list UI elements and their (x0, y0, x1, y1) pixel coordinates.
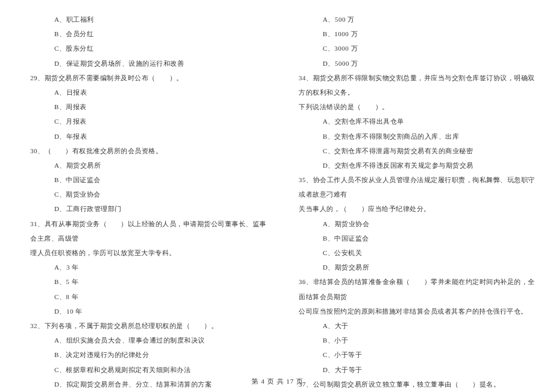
q29-option-d: D、年报表 (18, 129, 268, 144)
q30-option-c: C、期货业协会 (18, 187, 268, 201)
q30-option-d: D、工商行政管理部门 (18, 201, 268, 216)
q36-option-d: D、大于等于 (287, 362, 537, 377)
q30-stem: 30、（ ）有权批准交易所的会员资格。 (18, 144, 268, 158)
q34-option-b: B、交割仓库不得限制交割商品的入库、出库 (287, 129, 537, 144)
q31-option-a: A、3 年 (18, 260, 268, 274)
q31-stem-line2: 理人员任职资格的，学历可以放宽至大学专科。 (18, 245, 268, 260)
q34-option-d: D、交割仓库不得违反国家有关规定参与期货交易 (287, 158, 537, 172)
q33-option-b: B、1000 万 (287, 27, 537, 41)
q34-stem-line1: 34、期货交易所不得限制实物交割总量，并应当与交割仓库签订协议，明确双方的权利和… (287, 71, 537, 100)
q34-option-a: A、交割仓库不得出具仓单 (287, 114, 537, 128)
q28-option-d: D、保证期货交易场所、设施的运行和改善 (18, 56, 268, 71)
q31-option-b: B、5 年 (18, 274, 268, 289)
q28-option-b: B、会员分红 (18, 27, 268, 41)
q31-option-d: D、10 年 (18, 304, 268, 318)
q33-option-a: A、500 万 (287, 12, 537, 27)
q29-option-b: B、周报表 (18, 100, 268, 114)
q33-option-c: C、3000 万 (287, 41, 537, 55)
q36-option-a: A、大于 (287, 318, 537, 333)
right-column: A、500 万 B、1000 万 C、3000 万 D、5000 万 34、期货… (287, 12, 537, 392)
q35-option-b: B、中国证监会 (287, 231, 537, 245)
q33-option-d: D、5000 万 (287, 56, 537, 71)
q32-stem: 32、下列各项，不属于期货交易所总经理职权的是（ ）。 (18, 318, 268, 333)
q29-option-a: A、日报表 (18, 85, 268, 100)
q29-option-c: C、月报表 (18, 114, 268, 128)
q34-option-c: C、交割仓库不得泄露与期货交易有关的商业秘密 (287, 144, 537, 158)
q32-option-a: A、组织实施会员大会、理事会通过的制度和决议 (18, 333, 268, 347)
page-content: A、职工福利 B、会员分红 C、股东分红 D、保证期货交易场所、设施的运行和改善… (0, 0, 555, 392)
q35-option-c: C、公安机关 (287, 245, 537, 260)
q36-option-c: C、小于等于 (287, 347, 537, 362)
q32-option-c: C、根据章程和交易规则拟定有关细则和办法 (18, 362, 268, 377)
page-footer: 第 4 页 共 17 页 (0, 377, 555, 386)
q31-stem-line1: 31、具有从事期货业务（ ）以上经验的人员，申请期货公司董事长、监事会主席、高级… (18, 217, 268, 245)
q35-option-d: D、期货交易所 (287, 260, 537, 274)
q36-stem-line1: 36、非结算会员的结算准备金余额（ ）零并未能在约定时间内补足的，全面结算会员期… (287, 274, 537, 303)
q36-option-b: B、小于 (287, 333, 537, 347)
q35-stem-line2: 关当事人的，（ ）应当给予纪律处分。 (287, 201, 537, 216)
q30-option-b: B、中国证监会 (18, 172, 268, 187)
q35-stem-line1: 35、协会工作人员不按从业人员管理办法规定履行职责，徇私舞弊、玩忽职守或者故意刁… (287, 172, 537, 201)
q34-stem-line2: 下列说法错误的是（ ）。 (287, 100, 537, 114)
q35-option-a: A、期货业协会 (287, 217, 537, 231)
q29-stem: 29、期货交易所不需要编制并及时公布（ ）。 (18, 71, 268, 85)
q31-option-c: C、8 年 (18, 289, 268, 304)
q36-stem-line2: 公司应当按照约定的原则和措施对非结算会员或者其客户的持仓强行平仓。 (287, 304, 537, 318)
left-column: A、职工福利 B、会员分红 C、股东分红 D、保证期货交易场所、设施的运行和改善… (18, 12, 268, 392)
q28-option-a: A、职工福利 (18, 12, 268, 27)
q28-option-c: C、股东分红 (18, 41, 268, 55)
q30-option-a: A、期货交易所 (18, 158, 268, 172)
q32-option-b: B、决定对违规行为的纪律处分 (18, 347, 268, 362)
